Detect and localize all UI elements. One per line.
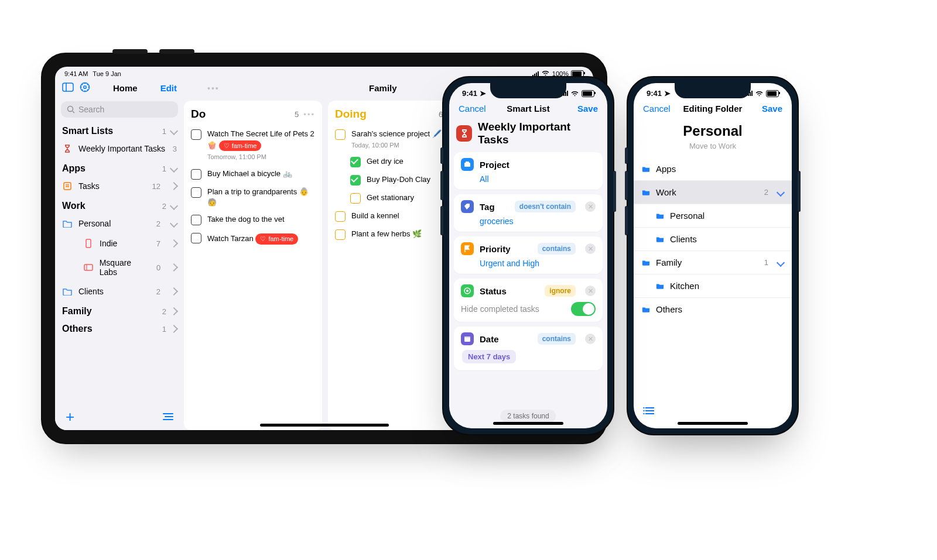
- svg-point-3: [84, 86, 86, 88]
- svg-point-4: [68, 106, 73, 112]
- chevron-right-icon: [170, 263, 178, 272]
- folder-item-work[interactable]: Work2: [634, 180, 792, 204]
- clear-icon[interactable]: ✕: [585, 286, 596, 296]
- sidebar-item-weekly-important[interactable]: Weekly Important Tasks 3: [55, 139, 184, 159]
- checkbox[interactable]: [191, 233, 201, 243]
- folder-item-kitchen[interactable]: Kitchen: [634, 274, 792, 297]
- checkbox[interactable]: [335, 129, 346, 140]
- clear-icon[interactable]: ✕: [585, 243, 596, 254]
- folder-icon: [656, 212, 664, 219]
- section-family[interactable]: Family 2: [55, 301, 184, 319]
- sidebar-item-indie[interactable]: Indie 7: [55, 233, 184, 253]
- date-value-chip[interactable]: Next 7 days: [462, 350, 516, 363]
- folder-icon: [642, 305, 650, 313]
- hide-completed-toggle[interactable]: [571, 302, 596, 316]
- column-title: Do: [191, 108, 206, 121]
- item-label: Indie: [100, 239, 117, 248]
- checkbox[interactable]: [191, 215, 201, 225]
- save-button[interactable]: Save: [565, 104, 598, 114]
- task-item[interactable]: Watch Tarzan ♡ fam-time: [191, 229, 315, 248]
- filter-status[interactable]: Status ignore ✕ Hide completed tasks: [454, 279, 603, 322]
- calendar-icon: [461, 332, 474, 345]
- folder-name: Clients: [670, 234, 697, 244]
- list-view-icon[interactable]: [643, 406, 655, 418]
- save-button[interactable]: Save: [750, 104, 782, 114]
- section-count: 2: [162, 307, 166, 316]
- settings-gear-icon[interactable]: [80, 82, 90, 94]
- sidebar-item-tasks[interactable]: Tasks 12: [55, 176, 184, 196]
- battery-icon: [582, 90, 594, 97]
- task-item[interactable]: Watch The Secret Life of Pets 2 🍿 ♡ fam-…: [191, 125, 315, 165]
- iphone-device-smartlist: 9:41 ➤ Cancel Smart List Save Weekly Imp…: [442, 76, 614, 435]
- section-label: Family: [62, 306, 92, 317]
- checkbox-checked[interactable]: [350, 175, 361, 185]
- chevron-right-icon: [170, 239, 178, 248]
- sidebar-item-personal[interactable]: Personal 2: [55, 214, 184, 233]
- sidebar-item-msquare[interactable]: Msquare Labs 0: [55, 253, 184, 281]
- drag-handle-icon[interactable]: •••: [207, 84, 220, 93]
- sidebar-title: Home: [96, 83, 155, 93]
- folder-item-personal[interactable]: Personal: [634, 204, 792, 227]
- task-item[interactable]: Plan a trip to grandparents 👵 🧓: [191, 183, 315, 211]
- checkbox[interactable]: [191, 129, 201, 140]
- svg-point-2: [81, 83, 90, 92]
- filter-project[interactable]: Project All: [454, 152, 603, 190]
- item-count: 7: [156, 239, 160, 248]
- filter-priority[interactable]: Priority contains ✕ Urgent and High: [454, 236, 603, 274]
- clear-icon[interactable]: ✕: [585, 201, 596, 212]
- checkbox[interactable]: [191, 187, 201, 198]
- column-more-icon[interactable]: •••: [303, 110, 315, 119]
- filter-value[interactable]: All: [480, 174, 596, 184]
- task-tag[interactable]: ♡ fam-time: [219, 140, 262, 152]
- task-item[interactable]: Take the dog to the vet: [191, 211, 315, 229]
- sidebar-item-clients[interactable]: Clients 2: [55, 281, 184, 301]
- task-tag[interactable]: ♡ fam-time: [255, 233, 298, 245]
- condition-chip[interactable]: contains: [538, 243, 576, 255]
- section-others[interactable]: Others 1: [55, 319, 184, 336]
- folder-item-others[interactable]: Others: [634, 297, 792, 321]
- section-work[interactable]: Work 2: [55, 196, 184, 214]
- status-time: 9:41: [462, 89, 477, 98]
- sidebar-toggle-icon[interactable]: [62, 83, 74, 94]
- status-time: 9:41: [647, 89, 662, 98]
- section-label: Others: [62, 324, 93, 334]
- filter-value[interactable]: groceries: [480, 217, 596, 226]
- section-apps[interactable]: Apps 1: [55, 159, 184, 176]
- folder-name: Family: [656, 257, 682, 267]
- checkbox-checked[interactable]: [350, 157, 361, 167]
- folder-name: Personal: [670, 211, 705, 221]
- task-item[interactable]: Buy Michael a bicycle 🚲: [191, 165, 315, 183]
- wifi-icon: [570, 91, 579, 97]
- edit-button[interactable]: Edit: [160, 83, 177, 93]
- task-title: Get dry ice: [367, 156, 450, 167]
- checkbox[interactable]: [335, 211, 346, 222]
- folder-item-apps[interactable]: Apps: [634, 157, 792, 180]
- section-smart-lists[interactable]: Smart Lists 1: [55, 121, 184, 139]
- cancel-button[interactable]: Cancel: [643, 104, 676, 114]
- svg-rect-10: [84, 264, 93, 270]
- search-input[interactable]: Search: [61, 101, 178, 118]
- filter-tag[interactable]: Tag doesn't contain ✕ groceries: [454, 194, 603, 232]
- condition-chip[interactable]: ignore: [545, 285, 576, 297]
- condition-chip[interactable]: doesn't contain: [515, 201, 576, 212]
- priority-icon: [461, 242, 474, 255]
- svg-rect-9: [86, 239, 91, 248]
- clear-icon[interactable]: ✕: [585, 334, 596, 344]
- volume-button: [112, 49, 148, 54]
- list-view-icon[interactable]: [163, 413, 173, 421]
- nav-bar: Cancel Smart List Save: [449, 98, 607, 119]
- folder-item-clients[interactable]: Clients: [634, 227, 792, 250]
- checkbox[interactable]: [335, 229, 346, 240]
- filter-date[interactable]: Date contains ✕ Next 7 days: [454, 327, 603, 370]
- add-button[interactable]: +: [66, 409, 74, 424]
- filter-value[interactable]: Urgent and High: [480, 259, 596, 268]
- svg-point-15: [466, 290, 468, 292]
- tag-icon: [461, 200, 474, 213]
- checkbox[interactable]: [191, 169, 201, 180]
- checkbox[interactable]: [350, 193, 361, 204]
- folder-icon: [656, 235, 664, 243]
- folder-item-family[interactable]: Family1: [634, 250, 792, 274]
- section-label: Apps: [62, 163, 86, 174]
- cancel-button[interactable]: Cancel: [459, 104, 491, 114]
- condition-chip[interactable]: contains: [538, 333, 576, 345]
